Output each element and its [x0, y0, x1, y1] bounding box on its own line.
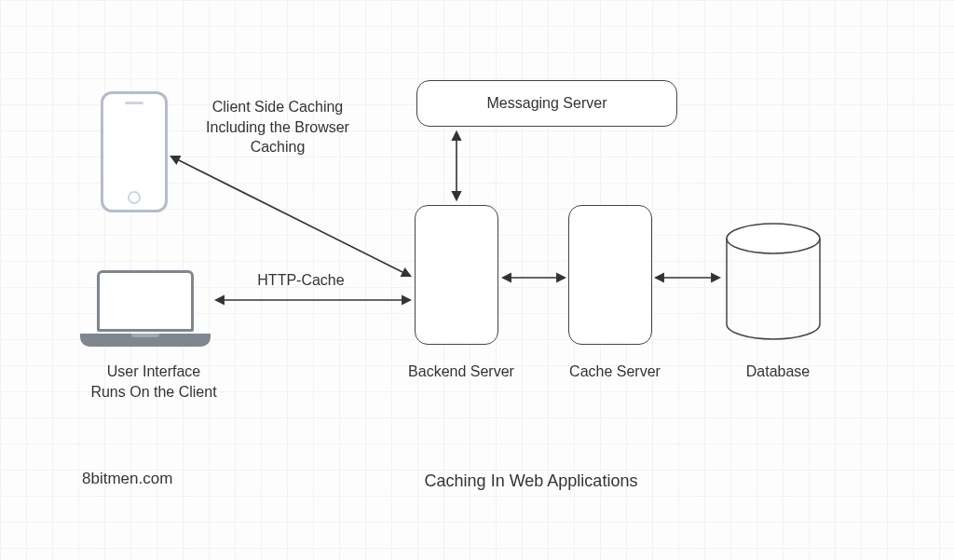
messaging-server-label: Messaging Server — [487, 95, 607, 112]
svg-point-0 — [727, 224, 820, 253]
cache-server-label: Cache Server — [550, 362, 680, 382]
phone-icon — [101, 91, 168, 212]
svg-line-5 — [171, 157, 410, 276]
http-cache-annotation: HTTP-Cache — [240, 270, 361, 291]
backend-server-label: Backend Server — [391, 362, 531, 382]
cache-server-node — [568, 205, 652, 345]
backend-server-node — [415, 205, 498, 345]
client-side-caching-annotation: Client Side Caching Including the Browse… — [184, 97, 371, 157]
database-node — [722, 222, 825, 343]
messaging-server-node: Messaging Server — [416, 80, 677, 127]
diagram-title: Caching In Web Applications — [391, 470, 671, 492]
database-label: Database — [722, 362, 834, 382]
laptop-icon — [80, 270, 211, 354]
client-ui-label: User Interface Runs On the Client — [75, 362, 233, 402]
source-label: 8bitmen.com — [82, 470, 172, 488]
